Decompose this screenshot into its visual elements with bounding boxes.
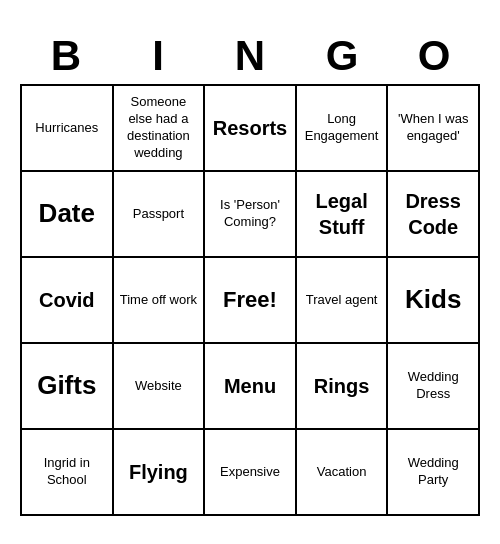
- bingo-cell: Ingrid in School: [22, 430, 114, 516]
- bingo-grid: HurricanesSomeone else had a destination…: [20, 84, 480, 516]
- bingo-cell: 'When I was engaged': [388, 86, 480, 172]
- cell-label: Website: [135, 378, 182, 395]
- cell-label: Wedding Dress: [392, 369, 474, 403]
- bingo-cell: Vacation: [297, 430, 389, 516]
- bingo-cell: Travel agent: [297, 258, 389, 344]
- cell-label: Free!: [223, 286, 277, 315]
- cell-label: Travel agent: [306, 292, 378, 309]
- cell-label: Passport: [133, 206, 184, 223]
- cell-label: Expensive: [220, 464, 280, 481]
- cell-label: Legal Stuff: [301, 188, 383, 240]
- header-letter: O: [388, 28, 480, 84]
- bingo-header: BINGO: [20, 28, 480, 84]
- bingo-cell: Passport: [114, 172, 206, 258]
- bingo-cell: Covid: [22, 258, 114, 344]
- cell-label: Hurricanes: [35, 120, 98, 137]
- cell-label: Time off work: [120, 292, 197, 309]
- bingo-cell: Hurricanes: [22, 86, 114, 172]
- bingo-cell: Long Engagement: [297, 86, 389, 172]
- bingo-cell: Wedding Dress: [388, 344, 480, 430]
- bingo-cell: Dress Code: [388, 172, 480, 258]
- bingo-cell: Kids: [388, 258, 480, 344]
- cell-label: Kids: [405, 283, 461, 317]
- bingo-cell: Flying: [114, 430, 206, 516]
- bingo-cell: Website: [114, 344, 206, 430]
- bingo-cell: Expensive: [205, 430, 297, 516]
- header-letter: N: [204, 28, 296, 84]
- cell-label: Vacation: [317, 464, 367, 481]
- cell-label: Flying: [129, 459, 188, 485]
- bingo-cell: Wedding Party: [388, 430, 480, 516]
- bingo-cell: Menu: [205, 344, 297, 430]
- cell-label: Wedding Party: [392, 455, 474, 489]
- bingo-cell: Legal Stuff: [297, 172, 389, 258]
- bingo-cell: Someone else had a destination wedding: [114, 86, 206, 172]
- bingo-cell: Time off work: [114, 258, 206, 344]
- bingo-cell: Resorts: [205, 86, 297, 172]
- cell-label: 'When I was engaged': [392, 111, 474, 145]
- bingo-cell: Date: [22, 172, 114, 258]
- cell-label: Long Engagement: [301, 111, 383, 145]
- cell-label: Covid: [39, 287, 95, 313]
- cell-label: Dress Code: [392, 188, 474, 240]
- cell-label: Rings: [314, 373, 370, 399]
- cell-label: Date: [39, 197, 95, 231]
- header-letter: G: [296, 28, 388, 84]
- header-letter: I: [112, 28, 204, 84]
- bingo-cell: Rings: [297, 344, 389, 430]
- cell-label: Menu: [224, 373, 276, 399]
- bingo-cell: Gifts: [22, 344, 114, 430]
- header-letter: B: [20, 28, 112, 84]
- cell-label: Is 'Person' Coming?: [209, 197, 291, 231]
- cell-label: Someone else had a destination wedding: [118, 94, 200, 162]
- bingo-cell: Is 'Person' Coming?: [205, 172, 297, 258]
- bingo-card: BINGO HurricanesSomeone else had a desti…: [10, 18, 490, 526]
- cell-label: Gifts: [37, 369, 96, 403]
- cell-label: Ingrid in School: [26, 455, 108, 489]
- cell-label: Resorts: [213, 115, 287, 141]
- bingo-cell: Free!: [205, 258, 297, 344]
